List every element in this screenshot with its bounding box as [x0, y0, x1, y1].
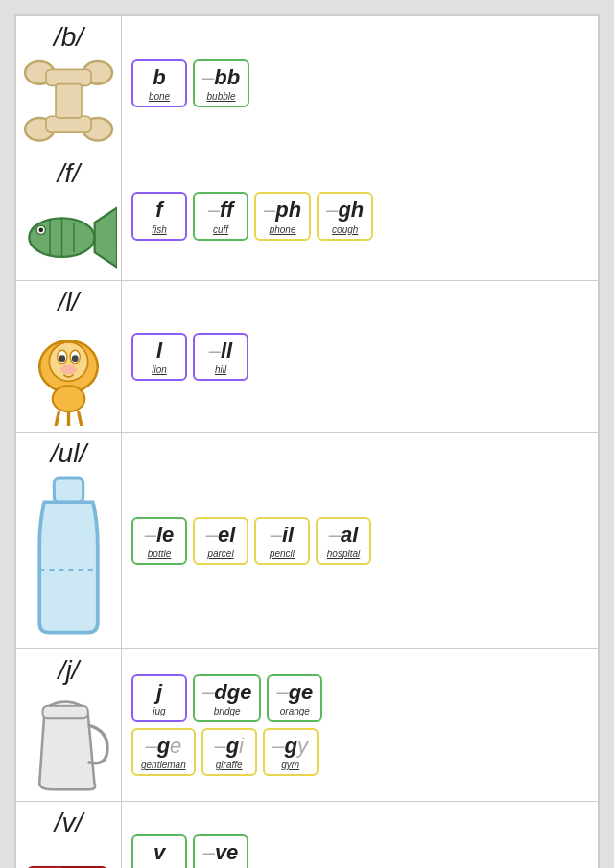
- card-letter: –bb: [202, 65, 240, 90]
- card-van: vvan: [131, 834, 187, 868]
- svg-point-15: [49, 342, 87, 381]
- card-hospital: –alhospital: [316, 517, 371, 565]
- card-word: fish: [152, 224, 167, 235]
- card-parcel: –elparcel: [193, 517, 248, 565]
- cards-cell: vvan–veglove: [122, 801, 599, 868]
- cards-multi-row: llion–llhill: [131, 333, 588, 381]
- phonics-row: /j/ jjug–dgebridge–georange–gegentleman–…: [16, 649, 599, 801]
- cards-row: –gegentleman–gigiraffe–gygym: [131, 728, 588, 776]
- card-letter: –ge: [276, 680, 313, 705]
- sound-label: /j/: [20, 655, 117, 686]
- card-word: bubble: [207, 91, 236, 102]
- card-letter: –al: [329, 523, 359, 548]
- sound-label: /l/: [20, 287, 117, 317]
- card-word: cuff: [213, 224, 228, 235]
- sound-cell: /f/: [16, 152, 122, 280]
- icon-jug: [20, 690, 117, 794]
- cards-multi-row: jjug–dgebridge–georange–gegentleman–gigi…: [131, 674, 588, 777]
- cards-cell: –lebottle–elparcel–ilpencil–alhospital: [122, 433, 599, 649]
- cards-cell: jjug–dgebridge–georange–gegentleman–gigi…: [122, 649, 599, 801]
- card-glove: –veglove: [193, 834, 248, 868]
- card-word: lion: [152, 364, 167, 375]
- card-letter: –ph: [264, 198, 301, 223]
- card-jug: jjug: [131, 674, 187, 722]
- svg-point-20: [60, 364, 77, 374]
- card-letter: –il: [271, 523, 294, 548]
- main-page: /b/ bbone–bbbubble/f/ ffish–ffcuff–phpho…: [14, 14, 600, 868]
- card-fish: ffish: [131, 192, 187, 240]
- card-letter: –gh: [326, 198, 364, 223]
- phonics-row: /l/ llion–llhill: [16, 281, 599, 433]
- card-word: pencil: [270, 549, 295, 559]
- card-letter: –ff: [208, 198, 234, 223]
- svg-point-18: [59, 355, 65, 362]
- cards-row: vvan–veglove: [131, 834, 588, 868]
- card-gym: –gygym: [263, 728, 319, 776]
- sound-cell: /l/: [16, 281, 122, 433]
- card-word: orange: [280, 706, 310, 716]
- card-cuff: –ffcuff: [193, 192, 248, 240]
- card-bridge: –dgebridge: [193, 674, 261, 722]
- card-letter: –gy: [272, 734, 308, 759]
- card-letter: –dge: [202, 680, 251, 705]
- cards-cell: bbone–bbbubble: [122, 16, 599, 152]
- icon-lion: [20, 321, 117, 426]
- phonics-row: /b/ bbone–bbbubble: [16, 16, 599, 152]
- card-letter: –el: [206, 523, 236, 548]
- card-letter: f: [155, 198, 162, 223]
- cards-cell: llion–llhill: [122, 281, 599, 433]
- phonics-table: /b/ bbone–bbbubble/f/ ffish–ffcuff–phpho…: [15, 15, 599, 868]
- card-phone: –phphone: [254, 192, 311, 240]
- icon-bottle: [20, 473, 117, 643]
- card-word: cough: [332, 224, 358, 235]
- card-letter: l: [156, 339, 162, 364]
- phonics-row: /v/ vvan–veglove: [16, 801, 599, 868]
- svg-line-22: [56, 411, 59, 426]
- card-word: gym: [281, 760, 299, 770]
- icon-van: [20, 842, 117, 868]
- svg-point-21: [53, 386, 85, 411]
- card-word: bridge: [214, 706, 241, 716]
- svg-line-24: [79, 411, 82, 426]
- card-word: hospital: [327, 549, 360, 559]
- cards-row: llion–llhill: [131, 333, 588, 381]
- svg-rect-6: [56, 84, 82, 118]
- sound-cell: /j/: [16, 649, 122, 801]
- card-word: jug: [153, 706, 165, 716]
- phonics-row: /f/ ffish–ffcuff–phphone–ghcough: [16, 152, 599, 280]
- sound-label: /ul/: [20, 438, 117, 469]
- svg-rect-27: [43, 706, 88, 718]
- svg-point-10: [38, 227, 43, 232]
- sound-label: /v/: [20, 808, 117, 838]
- card-pencil: –ilpencil: [254, 517, 310, 565]
- svg-point-19: [72, 355, 79, 362]
- cards-multi-row: vvan–veglove: [131, 834, 588, 868]
- card-letter: –le: [145, 523, 175, 548]
- card-giraffe: –gigiraffe: [201, 728, 257, 776]
- card-letter: v: [154, 840, 165, 865]
- sound-label: /b/: [20, 22, 117, 53]
- sound-cell: /v/: [16, 801, 122, 868]
- card-lion: llion: [131, 333, 187, 381]
- cards-row: –lebottle–elparcel–ilpencil–alhospital: [131, 517, 588, 565]
- cards-row: bbone–bbbubble: [131, 59, 588, 107]
- card-hill: –llhill: [193, 333, 248, 381]
- card-gentleman: –gegentleman: [131, 728, 196, 776]
- card-letter: –ge: [145, 734, 181, 759]
- sound-cell: /b/: [16, 16, 122, 152]
- cards-row: ffish–ffcuff–phphone–ghcough: [131, 192, 588, 240]
- svg-marker-8: [95, 207, 117, 267]
- card-word: bone: [149, 91, 170, 102]
- card-letter: j: [156, 680, 162, 705]
- card-bottle: –lebottle: [131, 517, 187, 565]
- card-word: bottle: [148, 549, 171, 559]
- card-word: parcel: [207, 549, 233, 559]
- card-cough: –ghcough: [317, 192, 373, 240]
- card-orange: –georange: [267, 674, 322, 722]
- svg-rect-25: [54, 478, 83, 502]
- cards-cell: ffish–ffcuff–phphone–ghcough: [122, 152, 599, 280]
- card-bubble: –bbbubble: [193, 59, 249, 107]
- phonics-row: /ul/ –lebottle–elparcel–ilpencil–alhospi…: [16, 433, 599, 649]
- cards-row: jjug–dgebridge–georange: [131, 674, 588, 722]
- card-word: giraffe: [216, 760, 243, 770]
